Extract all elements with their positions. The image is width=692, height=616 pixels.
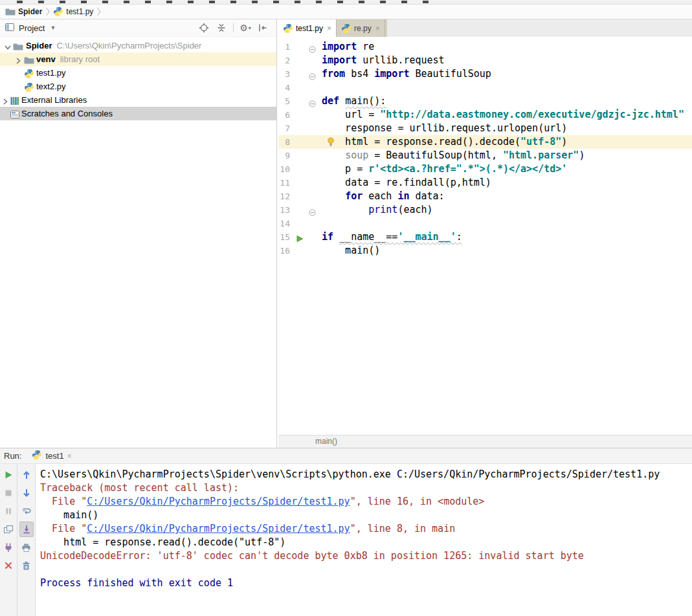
locate-icon[interactable]: [198, 22, 210, 34]
close-tab-icon[interactable]: ×: [327, 25, 331, 32]
stop-icon[interactable]: [1, 484, 16, 502]
breadcrumb-project[interactable]: Spider: [18, 7, 42, 16]
run-tab-test1[interactable]: test1 ×: [32, 450, 71, 462]
hide-panel-icon[interactable]: [257, 22, 269, 34]
code-line-15[interactable]: 15if __name__=='__main__':: [278, 230, 692, 244]
console-line: Traceback (most recent call last):: [40, 481, 692, 495]
pause-output-icon[interactable]: [1, 502, 16, 520]
code-line-14[interactable]: 14: [278, 217, 692, 230]
editor-gutter[interactable]: 15: [278, 230, 322, 244]
editor-gutter[interactable]: 3: [278, 67, 322, 81]
code-token: "html.parser": [503, 149, 579, 161]
stack-trace-link[interactable]: C:/Users/Qkin/PycharmProjects/Spider/tes…: [87, 523, 350, 534]
line-number[interactable]: 5: [285, 94, 290, 108]
editor-tab-test1-py[interactable]: test1.py×: [278, 19, 337, 37]
line-number[interactable]: 4: [285, 81, 290, 94]
close-tab-icon[interactable]: ×: [67, 452, 72, 461]
line-number[interactable]: 1: [285, 40, 290, 54]
scroll-to-end-icon[interactable]: [19, 522, 34, 537]
editor-gutter[interactable]: 10: [278, 162, 322, 176]
editor-gutter[interactable]: 2: [278, 54, 322, 67]
project-panel-title[interactable]: Project: [19, 23, 45, 33]
code-line-2[interactable]: 2import urllib.request: [278, 54, 692, 67]
tree-item-scratches-and-consoles[interactable]: Scratches and Consoles: [0, 107, 276, 120]
settings-icon[interactable]: ⚙▾: [240, 22, 251, 34]
console-line: Process finished with exit code 1: [40, 577, 692, 590]
line-number[interactable]: 12: [280, 190, 290, 203]
collapse-all-icon[interactable]: [216, 22, 227, 34]
code-token: response = urllib.request.urlopen(url): [322, 122, 567, 134]
line-number[interactable]: 10: [280, 162, 290, 176]
close-tab-icon[interactable]: ×: [375, 25, 380, 32]
editor-tab-re-py[interactable]: re.py×: [337, 19, 385, 37]
code-line-7[interactable]: 7 response = urllib.request.urlopen(url): [278, 122, 692, 135]
soft-wrap-icon[interactable]: [19, 502, 34, 520]
editor-breadcrumb-bar: main(): [278, 435, 692, 448]
chevron-down-icon[interactable]: ▼: [50, 25, 56, 31]
code-editor[interactable]: 1import re2import urllib.request3from bs…: [278, 37, 692, 435]
code-line-13[interactable]: 13 print(each): [278, 203, 692, 217]
line-number[interactable]: 9: [285, 149, 290, 162]
tree-item-label: SpiderC:\Users\Qkin\PycharmProjects\Spid…: [26, 39, 201, 52]
editor-gutter[interactable]: 16: [278, 244, 322, 258]
line-number[interactable]: 7: [285, 122, 290, 135]
run-console-output[interactable]: C:\Users\Qkin\PycharmProjects\Spider\ven…: [36, 464, 692, 616]
code-line-8[interactable]: 8 html = response.read().decode("utf-8"): [278, 135, 692, 149]
tree-item-venv[interactable]: venvlibrary root: [0, 52, 276, 66]
stack-trace-link[interactable]: C:/Users/Qkin/PycharmProjects/Spider/tes…: [87, 496, 350, 507]
line-number[interactable]: 14: [280, 217, 290, 230]
clear-all-icon[interactable]: [19, 556, 34, 575]
tree-item-external-libraries[interactable]: External Libraries: [0, 93, 276, 107]
editor-gutter[interactable]: 14: [278, 217, 322, 230]
editor-gutter[interactable]: 9: [278, 149, 322, 162]
code-line-6[interactable]: 6 url = "http://data.eastmoney.com/execu…: [278, 108, 692, 122]
line-number[interactable]: 16: [280, 244, 290, 258]
code-token: p =: [322, 163, 368, 175]
line-number[interactable]: 15: [280, 230, 290, 244]
breadcrumb-file[interactable]: test1.py: [66, 7, 93, 16]
attach-debugger-icon[interactable]: [1, 538, 16, 556]
editor-gutter[interactable]: 6: [278, 108, 322, 122]
editor-gutter[interactable]: 8: [278, 135, 322, 149]
editor-gutter[interactable]: 12: [278, 190, 322, 203]
console-toolbar: [17, 464, 36, 616]
close-icon[interactable]: [1, 556, 16, 575]
code-line-3[interactable]: 3from bs4 import BeautifulSoup: [278, 67, 692, 81]
editor-gutter[interactable]: 7: [278, 122, 322, 135]
code-token: import: [374, 68, 409, 80]
code-line-10[interactable]: 10 p = r'<td><a.?href=".*">(.*)</a></td>…: [278, 162, 692, 176]
code-line-16[interactable]: 16 main(): [278, 244, 692, 258]
code-token: in: [397, 190, 409, 202]
panel-divider[interactable]: [276, 19, 277, 448]
down-stack-trace-icon[interactable]: [19, 484, 34, 502]
code-line-9[interactable]: 9 soup = BeautifulSoup(html, "html.parse…: [278, 149, 692, 162]
editor-gutter[interactable]: 1: [278, 40, 322, 54]
rerun-icon[interactable]: [1, 466, 16, 484]
restore-layout-icon[interactable]: [1, 520, 16, 538]
line-number[interactable]: 6: [285, 108, 290, 122]
code-line-11[interactable]: 11 data = re.findall(p,html): [278, 176, 692, 190]
tree-item-spider-root[interactable]: SpiderC:\Users\Qkin\PycharmProjects\Spid…: [0, 39, 276, 52]
line-number[interactable]: 8: [285, 135, 290, 149]
code-line-12[interactable]: 12 for each in data:: [278, 190, 692, 203]
line-number[interactable]: 2: [285, 54, 290, 67]
code-line-5[interactable]: 5def main():: [278, 94, 692, 108]
code-text: import urllib.request: [322, 54, 445, 67]
editor-gutter[interactable]: 5: [278, 94, 322, 108]
editor-gutter[interactable]: 13: [278, 203, 322, 217]
code-token: urllib.request: [357, 54, 444, 66]
editor-breadcrumb-item[interactable]: main(): [315, 437, 337, 446]
console-line: File "C:/Users/Qkin/PycharmProjects/Spid…: [40, 522, 692, 536]
code-token: from: [322, 68, 345, 80]
editor-gutter[interactable]: 11: [278, 176, 322, 190]
line-number[interactable]: 13: [280, 203, 290, 217]
line-number[interactable]: 11: [280, 176, 290, 190]
tree-item-text2-py[interactable]: text2.py: [0, 80, 276, 93]
tree-item-test1-py[interactable]: test1.py: [0, 66, 276, 80]
up-stack-trace-icon[interactable]: [19, 466, 34, 484]
line-number[interactable]: 3: [285, 67, 290, 81]
print-icon[interactable]: [19, 538, 34, 556]
editor-gutter[interactable]: 4: [278, 81, 322, 94]
code-line-4[interactable]: 4: [278, 81, 692, 94]
code-line-1[interactable]: 1import re: [278, 40, 692, 54]
